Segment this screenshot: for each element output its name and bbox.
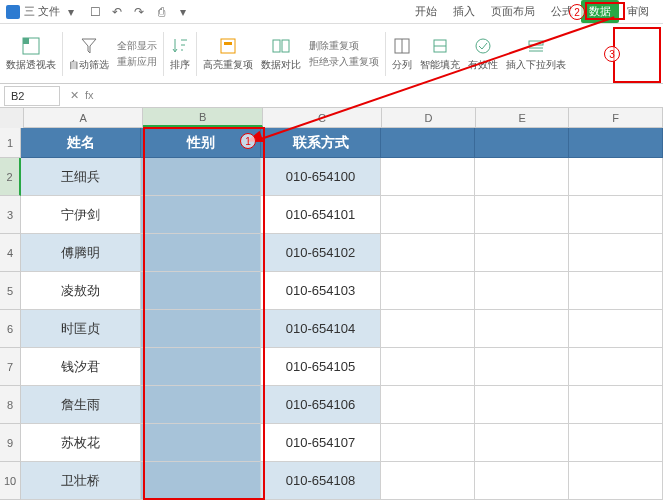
cell[interactable] [381, 310, 475, 348]
cell-name[interactable]: 苏枚花 [21, 424, 141, 462]
row-header-1[interactable]: 1 [0, 128, 21, 158]
reject-dup-button[interactable]: 拒绝录入重复项 [309, 55, 379, 69]
reapply-button[interactable]: 重新应用 [117, 55, 157, 69]
cell[interactable] [475, 310, 569, 348]
col-header-a[interactable]: A [24, 108, 143, 127]
col-header-d[interactable]: D [382, 108, 476, 127]
undo-icon[interactable]: ↶ [110, 5, 124, 19]
redo-icon[interactable]: ↷ [132, 5, 146, 19]
tab-insert[interactable]: 插入 [445, 0, 483, 23]
cell-gender[interactable] [141, 196, 261, 234]
cell-phone[interactable]: 010-654103 [261, 272, 381, 310]
cell-name[interactable]: 时匡贞 [21, 310, 141, 348]
dropdown-icon[interactable]: ▾ [64, 5, 78, 19]
cell[interactable] [381, 128, 475, 158]
cell[interactable] [569, 234, 663, 272]
row-header-2[interactable]: 2 [0, 158, 21, 196]
cell-gender[interactable] [141, 310, 261, 348]
cell[interactable] [475, 424, 569, 462]
del-dup-button[interactable]: 删除重复项 [309, 39, 379, 53]
cell-gender[interactable] [141, 386, 261, 424]
cell[interactable] [475, 234, 569, 272]
data-compare-button[interactable]: 数据对比 [257, 28, 305, 79]
cell-gender[interactable] [141, 424, 261, 462]
cell[interactable] [381, 424, 475, 462]
cell[interactable] [381, 386, 475, 424]
cell[interactable] [569, 310, 663, 348]
row-header-10[interactable]: 10 [0, 462, 21, 500]
cell[interactable] [569, 386, 663, 424]
cell-name[interactable]: 宁伊剑 [21, 196, 141, 234]
fx-icon[interactable]: fx [85, 89, 94, 102]
cell[interactable] [475, 272, 569, 310]
name-box[interactable]: B2 [4, 86, 60, 106]
cell-phone[interactable]: 010-654104 [261, 310, 381, 348]
cell[interactable] [569, 158, 663, 196]
col-header-b[interactable]: B [143, 108, 262, 127]
split-col-button[interactable]: 分列 [388, 28, 416, 79]
cell[interactable] [381, 462, 475, 500]
tab-start[interactable]: 开始 [407, 0, 445, 23]
cell[interactable] [475, 462, 569, 500]
row-header-4[interactable]: 4 [0, 234, 21, 272]
cell[interactable] [381, 196, 475, 234]
more-icon[interactable]: ▾ [176, 5, 190, 19]
cell[interactable] [569, 424, 663, 462]
cell[interactable] [381, 272, 475, 310]
cell-name[interactable]: 卫壮桥 [21, 462, 141, 500]
show-all-button[interactable]: 全部显示 [117, 39, 157, 53]
file-menu[interactable]: 三 文件 [24, 4, 60, 19]
col-header-f[interactable]: F [569, 108, 663, 127]
cell-gender[interactable] [141, 348, 261, 386]
highlight-dup-button[interactable]: 高亮重复项 [199, 28, 257, 79]
validity-button[interactable]: 有效性 [464, 28, 502, 79]
pivot-button[interactable]: 数据透视表 [2, 28, 60, 79]
row-header-8[interactable]: 8 [0, 386, 21, 424]
cell-phone[interactable]: 010-654105 [261, 348, 381, 386]
row-header-5[interactable]: 5 [0, 272, 21, 310]
cell[interactable] [475, 348, 569, 386]
row-header-6[interactable]: 6 [0, 310, 21, 348]
col-header-e[interactable]: E [476, 108, 570, 127]
cell-name[interactable]: 凌敖劲 [21, 272, 141, 310]
header-name[interactable]: 姓名 [21, 128, 141, 158]
cell-name[interactable]: 詹生雨 [21, 386, 141, 424]
cell[interactable] [569, 128, 663, 158]
tab-review[interactable]: 审阅 [619, 0, 657, 23]
cell-name[interactable]: 傅腾明 [21, 234, 141, 272]
cell[interactable] [381, 348, 475, 386]
cell-gender[interactable] [141, 462, 261, 500]
cell[interactable] [475, 196, 569, 234]
cell-gender[interactable] [141, 158, 261, 196]
cell-gender[interactable] [141, 272, 261, 310]
row-header-3[interactable]: 3 [0, 196, 21, 234]
save-icon[interactable]: ☐ [88, 5, 102, 19]
print-icon[interactable]: ⎙ [154, 5, 168, 19]
cell-phone[interactable]: 010-654107 [261, 424, 381, 462]
cell[interactable] [381, 234, 475, 272]
cell-phone[interactable]: 010-654108 [261, 462, 381, 500]
tab-pagelayout[interactable]: 页面布局 [483, 0, 543, 23]
cell[interactable] [475, 158, 569, 196]
cell[interactable] [569, 348, 663, 386]
cell-name[interactable]: 王细兵 [21, 158, 141, 196]
cell-phone[interactable]: 010-654106 [261, 386, 381, 424]
cell[interactable] [569, 462, 663, 500]
row-header-7[interactable]: 7 [0, 348, 21, 386]
cell[interactable] [381, 158, 475, 196]
sort-button[interactable]: 排序 [166, 28, 194, 79]
cell[interactable] [475, 128, 569, 158]
cell-name[interactable]: 钱汐君 [21, 348, 141, 386]
cell[interactable] [569, 272, 663, 310]
cell[interactable] [475, 386, 569, 424]
row-header-9[interactable]: 9 [0, 424, 21, 462]
cell-phone[interactable]: 010-654100 [261, 158, 381, 196]
cell-gender[interactable] [141, 234, 261, 272]
autofilter-button[interactable]: 自动筛选 [65, 28, 113, 79]
cell-phone[interactable]: 010-654101 [261, 196, 381, 234]
select-all-corner[interactable] [0, 108, 24, 128]
cell-phone[interactable]: 010-654102 [261, 234, 381, 272]
tab-data[interactable]: 数据 [581, 0, 619, 23]
cancel-icon[interactable]: ✕ [70, 89, 79, 102]
cell[interactable] [569, 196, 663, 234]
